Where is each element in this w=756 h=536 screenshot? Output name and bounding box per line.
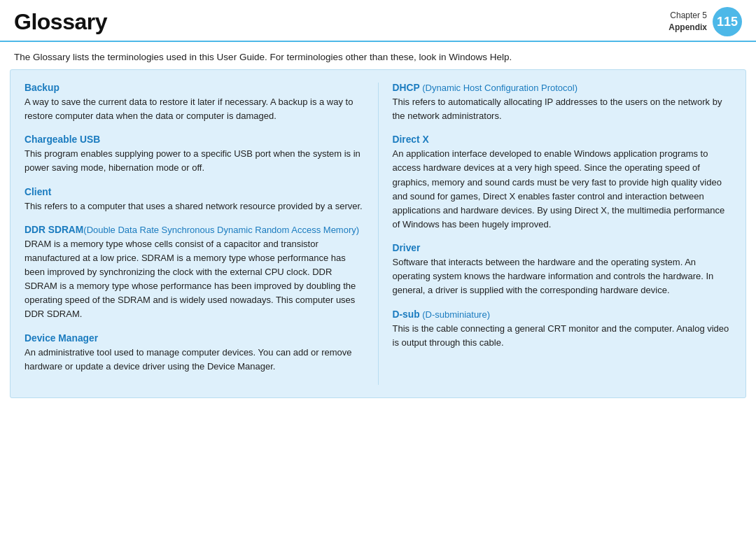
content-area: BackupA way to save the current data to … <box>10 69 746 398</box>
term-subtitle-ddr-sdram: (Double Data Rate Synchronous Dynamic Ra… <box>83 225 359 235</box>
intro-text: The Glossary lists the terminologies use… <box>0 42 756 69</box>
term-title-device-manager: Device Manager <box>24 333 364 344</box>
term-body-d-sub: This is the cable connecting a general C… <box>393 322 732 350</box>
term-title-driver: Driver <box>393 243 732 253</box>
term-block-d-sub: D-sub (D-subminiature)This is the cable … <box>393 309 732 350</box>
chapter-text: Chapter 5 Appendix <box>668 10 707 34</box>
term-block-direct-x: Direct XAn application interface develop… <box>393 134 732 232</box>
term-body-dhcp: This refers to automatically allocating … <box>393 95 732 123</box>
term-block-device-manager: Device ManagerAn administrative tool use… <box>24 333 364 374</box>
appendix-label: Appendix <box>668 22 707 34</box>
page-title: Glossary <box>14 9 107 35</box>
term-subtitle-dhcp: (Dynamic Host Configuration Protocol) <box>420 83 578 93</box>
term-body-ddr-sdram: DRAM is a memory type whose cells consis… <box>24 237 364 322</box>
term-title-d-sub: D-sub (D-subminiature) <box>393 309 732 320</box>
term-body-driver: Software that interacts between the hard… <box>393 255 732 297</box>
term-body-chargeable-usb: This program enables supplying power to … <box>24 147 364 175</box>
term-body-direct-x: An application interface developed to en… <box>393 147 732 232</box>
term-title-dhcp: DHCP (Dynamic Host Configuration Protoco… <box>393 83 732 93</box>
term-body-backup: A way to save the current data to restor… <box>24 95 364 123</box>
chapter-label: Chapter 5 <box>668 10 707 22</box>
term-title-chargeable-usb: Chargeable USB <box>24 134 364 145</box>
term-title-client: Client <box>24 187 364 197</box>
page-header: Glossary Chapter 5 Appendix 115 <box>0 0 756 42</box>
term-block-backup: BackupA way to save the current data to … <box>24 83 364 123</box>
term-title-direct-x: Direct X <box>393 134 732 145</box>
term-block-ddr-sdram: DDR SDRAM(Double Data Rate Synchronous D… <box>24 225 364 322</box>
left-column: BackupA way to save the current data to … <box>22 83 375 385</box>
term-subtitle-d-sub: (D-subminiature) <box>420 309 490 320</box>
page-number-badge: 115 <box>713 7 742 36</box>
column-divider <box>378 83 379 385</box>
term-block-client: ClientThis refers to a computer that use… <box>24 187 364 213</box>
term-title-ddr-sdram: DDR SDRAM(Double Data Rate Synchronous D… <box>24 225 364 235</box>
term-title-backup: Backup <box>24 83 364 93</box>
term-body-device-manager: An administrative tool used to manage co… <box>24 346 364 374</box>
term-block-driver: DriverSoftware that interacts between th… <box>393 243 732 297</box>
right-column: DHCP (Dynamic Host Configuration Protoco… <box>382 83 735 385</box>
term-body-client: This refers to a computer that uses a sh… <box>24 199 364 213</box>
term-block-chargeable-usb: Chargeable USBThis program enables suppl… <box>24 134 364 175</box>
term-block-dhcp: DHCP (Dynamic Host Configuration Protoco… <box>393 83 732 123</box>
chapter-info: Chapter 5 Appendix 115 <box>668 7 742 36</box>
